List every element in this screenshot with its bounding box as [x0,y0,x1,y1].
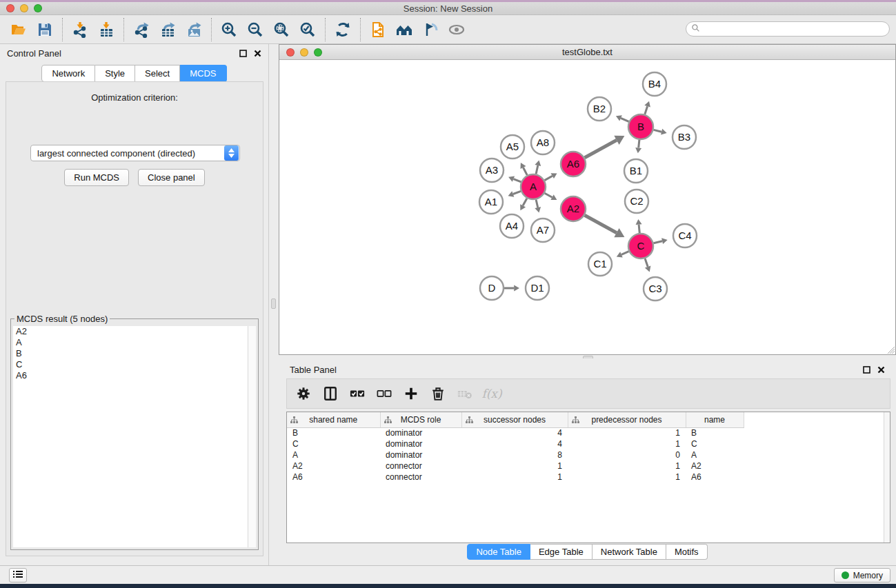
graph-node-B1[interactable]: B1 [624,159,648,183]
tab-network[interactable]: Network [41,65,95,82]
graph-node-A4[interactable]: A4 [500,214,524,238]
graph-node-C1[interactable]: C1 [588,252,612,276]
edge-A-A1[interactable] [513,191,521,194]
close-table-panel-icon[interactable] [877,366,885,374]
column-header-successor-nodes[interactable]: successor nodes [461,412,568,427]
hide-graphics-details-icon[interactable] [417,18,444,41]
export-network-icon[interactable] [128,18,155,41]
zoom-fit-icon[interactable] [268,18,295,41]
edge-A-A7[interactable] [536,200,538,208]
table-cell[interactable]: C [287,438,380,449]
open-folder-icon[interactable] [6,18,32,41]
graph-node-A3[interactable]: A3 [480,159,504,182]
tab-node-table[interactable]: Node Table [467,544,530,560]
float-table-panel-icon[interactable] [863,366,870,374]
table-cell[interactable]: A [686,449,744,460]
result-list-scrollbar[interactable] [248,326,256,547]
network-canvas[interactable]: AA6A2BCA5A8A3A1A4A7B2B4B3B1C2C4C1C3DD1 [280,61,895,354]
graph-node-C3[interactable]: C3 [644,277,667,301]
edge-C-C2[interactable] [639,225,639,233]
graph-node-B2[interactable]: B2 [588,97,611,121]
table-cell[interactable]: B [686,427,744,438]
result-item[interactable]: A6 [13,370,256,381]
table-cell[interactable]: connector [380,460,461,472]
search-input[interactable] [700,24,889,34]
search-field[interactable] [686,21,890,37]
table-cell[interactable]: dominator [380,438,461,449]
graph-node-A7[interactable]: A7 [531,219,555,242]
import-network-icon[interactable] [67,18,93,41]
graph-node-A5[interactable]: A5 [501,135,524,159]
task-history-button[interactable] [9,568,27,582]
export-image-icon[interactable] [181,18,207,41]
zoom-out-icon[interactable] [242,18,268,41]
table-cell[interactable]: A6 [287,472,380,483]
result-item[interactable]: A2 [13,326,256,337]
network-window-titlebar[interactable]: testGlobe.txt [279,45,895,60]
deselect-all-checks-icon[interactable] [374,383,395,404]
edge-C-C4[interactable] [654,241,663,243]
table-row[interactable]: A6connector11A6 [287,472,744,483]
table-cell[interactable]: A2 [686,460,744,472]
column-header-shared-name[interactable]: shared name [287,412,380,427]
table-cell[interactable]: B [287,427,380,438]
memory-button[interactable]: Memory [834,568,890,582]
table-cell[interactable]: dominator [380,449,461,460]
tab-select[interactable]: Select [135,65,180,82]
table-cell[interactable]: connector [380,472,461,483]
edge-A2-C[interactable] [585,215,617,233]
table-row[interactable]: A2connector11A2 [287,460,744,472]
table-cell[interactable]: 4 [461,427,568,438]
table-scrollbar[interactable] [884,412,890,543]
table-cell[interactable]: 1 [461,460,568,472]
refresh-icon[interactable] [330,18,356,41]
table-cell[interactable]: A2 [287,460,380,472]
network-document-icon[interactable] [365,18,391,41]
table-cell[interactable]: 1 [568,472,686,483]
edge-A-A8[interactable] [536,165,538,174]
float-panel-icon[interactable] [239,50,247,57]
close-panel-button[interactable]: Close panel [138,169,205,186]
graph-node-A8[interactable]: A8 [531,131,555,154]
eye-icon[interactable] [444,18,470,41]
main-titlebar[interactable]: Session: New Session [0,2,896,15]
graph-node-C2[interactable]: C2 [625,190,648,213]
table-row[interactable]: Cdominator41C [287,438,744,449]
table-cell[interactable]: 1 [461,472,568,483]
export-table-icon[interactable] [155,18,181,41]
column-header-name[interactable]: name [686,412,744,427]
table-cell[interactable]: C [686,438,744,449]
table-cell[interactable]: 8 [461,449,568,460]
edge-A-A2[interactable] [545,193,552,197]
mcds-result-list[interactable]: A2ABCA6 [13,326,256,547]
edge-A-A6[interactable] [545,176,552,180]
tab-style[interactable]: Style [95,65,135,82]
graph-node-A2[interactable]: A2 [561,196,586,221]
criterion-select[interactable]: largest connected component (directed) [30,145,240,161]
window-resize-grip[interactable] [886,345,895,354]
add-icon[interactable] [401,383,421,404]
graph-node-B3[interactable]: B3 [673,125,696,149]
close-panel-icon[interactable] [254,50,261,57]
result-item[interactable]: C [13,359,256,370]
select-all-checks-icon[interactable] [347,383,368,404]
edge-B-B3[interactable] [654,130,662,132]
table-cell[interactable]: A [287,449,380,460]
graph-node-B[interactable]: B [628,114,653,139]
table-cell[interactable]: 1 [568,460,686,472]
zoom-in-icon[interactable] [216,18,242,41]
vertical-splitter-grip[interactable] [271,298,276,309]
network-graph[interactable]: AA6A2BCA5A8A3A1A4A7B2B4B3B1C2C4C1C3DD1 [280,61,896,354]
table-row[interactable]: Adominator80A [287,449,744,460]
save-floppy-icon[interactable] [32,18,58,41]
tab-motifs[interactable]: Motifs [666,544,708,560]
edge-B-B2[interactable] [621,118,629,121]
import-table-icon[interactable] [93,18,119,41]
graph-node-B4[interactable]: B4 [643,72,666,96]
houses-icon[interactable] [391,18,417,41]
edge-B-B1[interactable] [639,140,639,148]
graph-node-A6[interactable]: A6 [561,152,586,176]
table-cell[interactable]: A6 [686,472,744,483]
graph-node-C4[interactable]: C4 [673,224,697,247]
graph-node-D1[interactable]: D1 [526,276,549,300]
